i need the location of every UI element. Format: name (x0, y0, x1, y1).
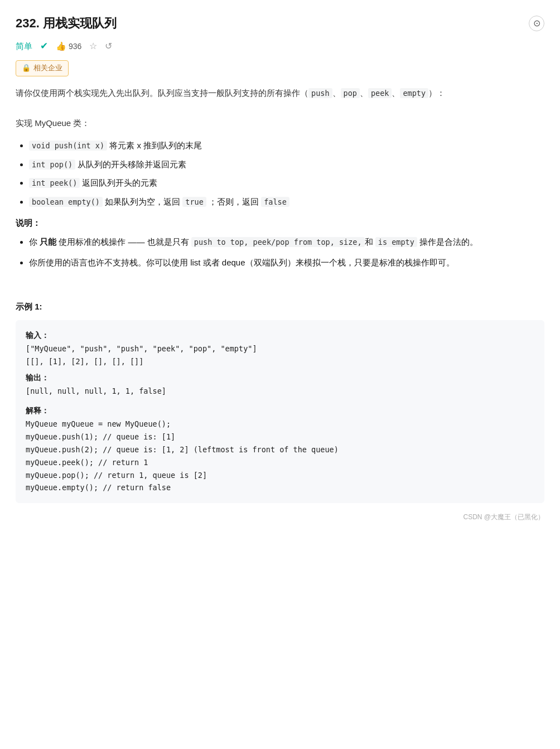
check-icon: ✔ (40, 38, 48, 54)
problem-description: 请你仅使用两个栈实现先入先出队列。队列应当支持一般队列支持的所有操作（push、… (16, 85, 544, 131)
method-empty: boolean empty() 如果队列为空，返回 true ；否则，返回 fa… (29, 195, 544, 209)
badge-row: 🔒 相关企业 (16, 60, 544, 76)
explanation-section: 解释： MyQueue myQueue = new MyQueue(); myQ… (26, 404, 534, 495)
code-push: push (308, 88, 332, 98)
like-icon: 👍 (56, 40, 66, 53)
desc-line3: 实现 MyQueue 类： (16, 115, 544, 131)
like-count: 936 (69, 40, 81, 52)
method-empty-code: boolean empty() (29, 197, 103, 207)
input-line1: ["MyQueue", "push", "push", "peek", "pop… (26, 342, 534, 355)
note-only-bold: 只能 (40, 237, 56, 247)
note-2: 你所使用的语言也许不支持栈。你可以使用 list 或者 deque（双端队列）来… (29, 255, 544, 270)
code-stack-ops: push to top, peek/pop from top, size, (191, 237, 365, 247)
header-row: 232. 用栈实现队列 ⊙ (16, 13, 544, 33)
meta-row: 简单 ✔ 👍 936 ☆ ↺ (16, 38, 544, 54)
method-push: void push(int x) 将元素 x 推到队列的末尾 (29, 138, 544, 153)
explain-line-2: myQueue.push(1); // queue is: [1] (26, 431, 534, 443)
method-push-code: void push(int x) (29, 141, 107, 151)
methods-list: void push(int x) 将元素 x 推到队列的末尾 int pop()… (16, 138, 544, 209)
notes-list: 你 只能 使用标准的栈操作 —— 也就是只有 push to top, peek… (16, 234, 544, 270)
code-pop: pop (341, 88, 360, 98)
input-label: 输入： (26, 329, 534, 342)
star-icon[interactable]: ☆ (89, 39, 97, 54)
code-empty: empty (400, 88, 428, 98)
watermark: CSDN @大魔王（已黑化） (16, 512, 544, 523)
like-area[interactable]: 👍 936 (56, 40, 81, 53)
output-line: [null, null, null, 1, 1, false] (26, 385, 534, 398)
badge-label: 相关企业 (33, 62, 62, 74)
note-1: 你 只能 使用标准的栈操作 —— 也就是只有 push to top, peek… (29, 234, 544, 249)
explain-line-3: myQueue.push(2); // queue is: [1, 2] (le… (26, 443, 534, 456)
difficulty-tag[interactable]: 简单 (16, 40, 32, 53)
page-title: 232. 用栈实现队列 (16, 13, 117, 33)
method-peek-code: int peek() (29, 178, 80, 188)
desc-line1: 请你仅使用两个栈实现先入先出队列。队列应当支持一般队列支持的所有操作（push、… (16, 85, 544, 100)
related-company-badge[interactable]: 🔒 相关企业 (16, 60, 69, 76)
code-is-empty: is empty (375, 237, 417, 247)
explain-line-1: MyQueue myQueue = new MyQueue(); (26, 418, 534, 431)
spacer (16, 280, 544, 289)
method-pop: int pop() 从队列的开头移除并返回元素 (29, 157, 544, 172)
example-box: 输入： ["MyQueue", "push", "push", "peek", … (16, 320, 544, 503)
explain-line-5: myQueue.pop(); // return 1, queue is [2] (26, 469, 534, 482)
explain-line-6: myQueue.empty(); // return false (26, 481, 534, 494)
method-false: false (261, 197, 289, 207)
input-line2: [[], [1], [2], [], [], []] (26, 355, 534, 368)
more-options-button[interactable]: ⊙ (529, 16, 544, 31)
notes-title: 说明： (16, 216, 544, 230)
refresh-icon[interactable]: ↺ (105, 39, 112, 54)
output-label: 输出： (26, 371, 534, 385)
method-peek: int peek() 返回队列开头的元素 (29, 176, 544, 190)
code-peek: peek (368, 88, 392, 98)
method-true: true (182, 197, 206, 207)
explain-line-4: myQueue.peek(); // return 1 (26, 456, 534, 469)
example-title: 示例 1: (16, 300, 544, 313)
method-pop-code: int pop() (29, 160, 75, 170)
explain-label: 解释： (26, 404, 534, 418)
lock-icon: 🔒 (22, 62, 31, 74)
